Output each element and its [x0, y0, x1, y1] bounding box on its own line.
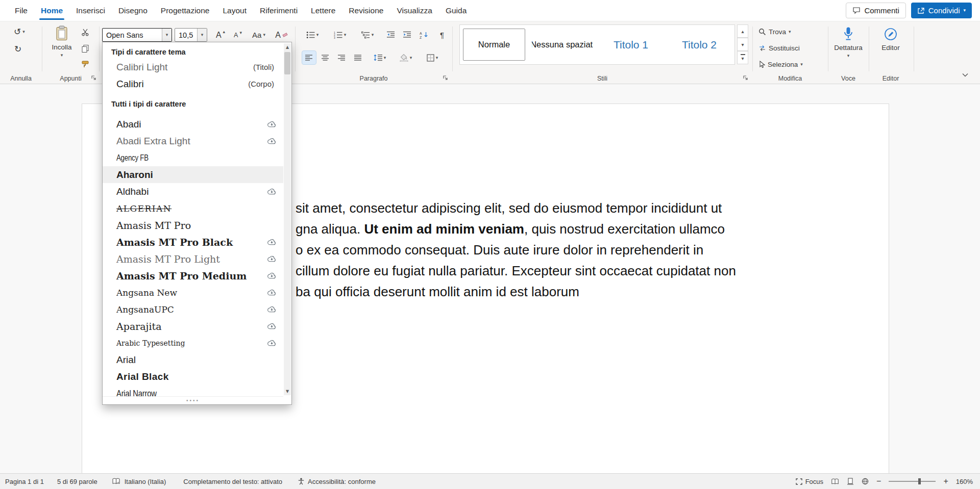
select-button[interactable]: Seleziona ▾ [758, 61, 803, 68]
font-option-amasis-mt-pro-light[interactable]: Amasis MT Pro Light [103, 250, 283, 267]
scroll-up-arrow[interactable]: ▲ [284, 43, 291, 51]
paste-button[interactable]: Incolla ▾ [48, 22, 75, 73]
font-option-arial[interactable]: Arial [103, 351, 283, 368]
page-indicator[interactable]: Pagina 1 di 1 [5, 478, 44, 485]
zoom-slider[interactable] [889, 481, 936, 482]
menu-tab-revisione[interactable]: Revisione [342, 0, 390, 21]
change-case-button[interactable]: Aa▾ [248, 28, 270, 42]
style-normale[interactable]: Normale [463, 29, 525, 61]
bullets-button[interactable]: ▾ [302, 28, 323, 41]
menu-tab-layout[interactable]: Layout [216, 0, 253, 21]
redo-button[interactable]: ↻ [11, 42, 24, 56]
share-button[interactable]: Condividi ▾ [911, 3, 972, 18]
undo-button[interactable]: ↺▾ [9, 25, 30, 38]
borders-button[interactable]: ▾ [422, 51, 443, 64]
zoom-level[interactable]: 160% [956, 478, 973, 485]
decrease-indent-button[interactable] [384, 28, 398, 41]
share-button-label: Condividi [928, 6, 960, 15]
styles-scroll-up-button[interactable]: ▴ [737, 24, 748, 38]
menu-tab-guida[interactable]: Guida [439, 0, 473, 21]
multilevel-list-button[interactable]: ▾ [357, 28, 378, 41]
styles-scroll-down-button[interactable]: ▾ [737, 38, 748, 51]
increase-indent-button[interactable] [400, 28, 414, 41]
font-size-combo[interactable]: 10,5 ▾ [175, 28, 207, 42]
focus-mode-button[interactable]: Focus [796, 478, 823, 485]
shading-button[interactable]: ▾ [395, 51, 416, 64]
justify-button[interactable] [351, 51, 365, 64]
editor-button[interactable]: Editor [876, 23, 905, 73]
align-right-button[interactable] [335, 51, 349, 64]
font-name-combo[interactable]: Open Sans ▾ [102, 28, 172, 42]
paragraph-group-label: Paragrafo [295, 75, 452, 82]
font-size-dropdown-button[interactable]: ▾ [197, 29, 207, 41]
menu-tab-inserisci[interactable]: Inserisci [69, 0, 112, 21]
menu-tab-progettazione[interactable]: Progettazione [154, 0, 216, 21]
cut-button[interactable] [79, 26, 91, 38]
font-option-aharoni[interactable]: Aharoni [103, 166, 283, 183]
menu-tab-lettere[interactable]: Lettere [304, 0, 342, 21]
scrollbar-thumb[interactable] [284, 52, 290, 74]
proofing-status[interactable] [112, 478, 120, 485]
show-paragraph-marks-button[interactable]: ¶ [435, 28, 449, 41]
font-option-algerian[interactable]: ALGERIAN [103, 200, 283, 217]
font-option-calibri-light[interactable]: Calibri Light(Titoli) [103, 59, 283, 75]
zoom-out-button[interactable]: − [876, 477, 881, 485]
menu-tab-disegno[interactable]: Disegno [112, 0, 154, 21]
text-completion-status[interactable]: Completamento del testo: attivato [183, 478, 282, 485]
font-option-abadi[interactable]: Abadi [103, 116, 283, 133]
language-indicator[interactable]: Italiano (Italia) [125, 478, 166, 485]
read-mode-button[interactable] [831, 478, 839, 485]
font-option-angsana-new[interactable]: Angsana New [103, 284, 283, 301]
web-layout-button[interactable] [862, 478, 869, 485]
font-option-aparajita[interactable]: Aparajita [103, 318, 283, 334]
style-nessuna-spaziati[interactable]: Nessuna spaziati [531, 29, 594, 61]
numbering-button[interactable]: 123 ▾ [330, 28, 350, 41]
menu-tab-riferimenti[interactable]: Riferimenti [253, 0, 304, 21]
shrink-font-button[interactable]: A▾ [231, 28, 245, 42]
styles-more-button[interactable]: ▾ [737, 51, 748, 64]
font-option-amasis-mt-pro-medium[interactable]: Amasis MT Pro Medium [103, 267, 283, 284]
align-left-button[interactable] [302, 51, 316, 64]
document-text[interactable]: sit amet, consectetur adipiscing elit, s… [296, 198, 826, 302]
font-name-dropdown-button[interactable]: ▾ [162, 29, 172, 41]
style-titolo-1[interactable]: Titolo 1 [600, 29, 662, 61]
focus-icon [796, 478, 802, 485]
dropdown-resize-grip[interactable]: •••• [103, 396, 283, 404]
menu-tab-file[interactable]: File [8, 0, 34, 21]
sort-button[interactable]: AZ [416, 28, 432, 41]
font-option-amasis-mt-pro[interactable]: Amasis MT Pro [103, 217, 283, 234]
font-option-arial-black[interactable]: Arial Black [103, 368, 283, 385]
font-option-agency-fb[interactable]: Agency FB [103, 149, 283, 166]
menu-tab-visualizza[interactable]: Visualizza [390, 0, 439, 21]
replace-button[interactable]: Sostituisci [758, 44, 800, 52]
scroll-down-arrow[interactable]: ▼ [284, 388, 291, 395]
font-option-arial-narrow[interactable]: Arial Narrow [103, 385, 283, 396]
clear-formatting-button[interactable]: A [273, 28, 290, 42]
comments-button[interactable]: Commenti [846, 3, 905, 18]
collapse-ribbon-button[interactable] [959, 69, 972, 81]
chevron-down-icon: ▾ [201, 33, 204, 37]
dictate-button[interactable]: Dettatura ▾ [833, 23, 864, 73]
font-dropdown-scrollbar[interactable]: ▲ ▼ [284, 43, 291, 395]
font-option-calibri[interactable]: Calibri(Corpo) [103, 75, 283, 92]
zoom-in-button[interactable]: + [943, 477, 948, 485]
word-count[interactable]: 5 di 69 parole [57, 478, 97, 485]
menu-tab-home[interactable]: Home [34, 0, 69, 21]
format-painter-button[interactable] [79, 58, 91, 70]
grow-font-button[interactable]: A▴ [212, 28, 229, 42]
find-button[interactable]: Trova ▾ [758, 28, 791, 36]
print-layout-button[interactable] [847, 478, 854, 485]
style-titolo-2[interactable]: Titolo 2 [668, 29, 730, 61]
theme-fonts-header: Tipi di carattere tema [103, 45, 283, 59]
zoom-slider-thumb[interactable] [918, 478, 921, 484]
font-option-amasis-mt-pro-black[interactable]: Amasis MT Pro Black [103, 234, 283, 250]
multilevel-list-icon [361, 31, 370, 39]
align-center-button[interactable] [318, 51, 332, 64]
copy-button[interactable] [79, 42, 91, 55]
font-option-aldhabi[interactable]: Aldhabi [103, 183, 283, 200]
font-option-abadi-extra-light[interactable]: Abadi Extra Light [103, 133, 283, 149]
line-spacing-button[interactable]: ▾ [370, 51, 390, 64]
font-option-arabic-typesetting[interactable]: Arabic Typesetting [103, 334, 283, 351]
accessibility-status[interactable]: Accessibilità: conforme [298, 478, 376, 485]
font-option-angsanaupc[interactable]: AngsanaUPC [103, 301, 283, 318]
